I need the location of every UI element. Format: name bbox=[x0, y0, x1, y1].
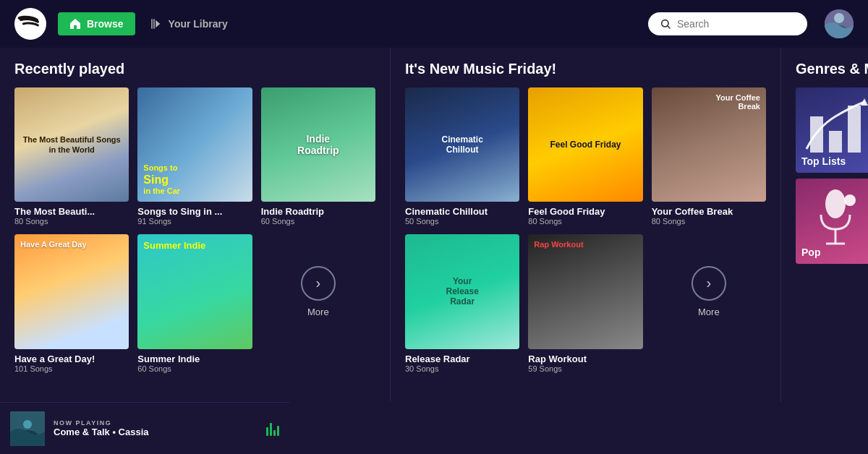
now-playing-song: Come & Talk • Cassia bbox=[54, 427, 258, 437]
card-img-coffee: Your CoffeeBreak bbox=[652, 87, 766, 202]
card-subtitle-nm-4: 59 Songs bbox=[528, 364, 642, 373]
now-playing-art bbox=[10, 411, 45, 446]
svg-rect-1 bbox=[151, 19, 153, 29]
card-title-3: Have a Great Day! bbox=[14, 354, 129, 364]
spotify-logo[interactable] bbox=[14, 8, 46, 40]
card-img-release: YourReleaseRadar bbox=[405, 234, 519, 348]
library-nav[interactable]: Your Library bbox=[150, 17, 228, 30]
card-subtitle-3: 101 Songs bbox=[14, 364, 129, 373]
card-indie-roadtrip[interactable]: IndieRoadtrip Indie Roadtrip 60 Songs bbox=[261, 87, 375, 226]
card-img-indie: IndieRoadtrip bbox=[261, 87, 375, 202]
card-img-feel-good: Feel Good Friday bbox=[528, 87, 642, 202]
card-release-radar[interactable]: YourReleaseRadar Release Radar 30 Songs bbox=[405, 234, 519, 372]
art-text-most-beautiful: The Most Beautiful Songs in the World bbox=[23, 134, 121, 155]
more-btn-nm: › More bbox=[652, 234, 766, 348]
search-input[interactable] bbox=[677, 18, 793, 30]
card-summer-indie[interactable]: Summer Indie Summer Indie 60 Songs bbox=[137, 234, 252, 372]
genres-title: Genres & M bbox=[796, 61, 854, 77]
more-circle: › bbox=[301, 266, 336, 301]
now-playing-label: NOW PLAYING bbox=[54, 419, 258, 427]
eq-bar-3 bbox=[273, 430, 276, 436]
avatar[interactable] bbox=[825, 9, 854, 38]
art-label-rap: Rap Workout bbox=[534, 240, 583, 249]
more-label-nm: More bbox=[698, 307, 720, 317]
search-bar[interactable] bbox=[648, 12, 807, 35]
library-label: Your Library bbox=[169, 18, 228, 30]
home-icon bbox=[69, 18, 81, 30]
card-title-nm-4: Rap Workout bbox=[528, 354, 642, 364]
card-rap-workout[interactable]: Rap Workout Rap Workout 59 Songs bbox=[528, 234, 642, 372]
card-title-4: Summer Indie bbox=[137, 354, 252, 364]
equalizer-bars bbox=[266, 421, 279, 436]
card-img-cinematic: CinematicChillout bbox=[405, 87, 519, 202]
genre-top-lists[interactable]: Top Lists bbox=[796, 87, 868, 173]
browse-button[interactable]: Browse bbox=[58, 12, 135, 35]
genre-label-pop: Pop bbox=[801, 247, 820, 258]
genre-pop[interactable]: Pop bbox=[796, 179, 868, 264]
card-subtitle-0: 80 Songs bbox=[14, 217, 129, 226]
card-subtitle-1: 91 Songs bbox=[137, 217, 252, 226]
browse-label: Browse bbox=[87, 18, 124, 30]
card-subtitle-nm-3: 30 Songs bbox=[405, 364, 519, 373]
more-circle-nm: › bbox=[692, 266, 726, 301]
genre-label-top-lists: Top Lists bbox=[801, 155, 846, 167]
card-subtitle-2: 60 Songs bbox=[261, 217, 375, 226]
card-img-summer: Summer Indie bbox=[137, 234, 252, 348]
new-music-title: It's New Music Friday! bbox=[405, 61, 766, 77]
svg-point-5 bbox=[834, 13, 844, 23]
svg-point-11 bbox=[825, 189, 846, 218]
art-label-coffee: Your CoffeeBreak bbox=[715, 93, 760, 111]
new-music-grid: CinematicChillout Cinematic Chillout 50 … bbox=[405, 87, 766, 373]
card-feel-good[interactable]: Feel Good Friday Feel Good Friday 80 Son… bbox=[528, 87, 642, 226]
card-title-2: Indie Roadtrip bbox=[261, 206, 375, 217]
svg-rect-2 bbox=[153, 19, 155, 29]
more-label-recently: More bbox=[307, 307, 329, 317]
card-great-day[interactable]: Have A Great Day Have a Great Day! 101 S… bbox=[14, 234, 129, 372]
card-img-most-beautiful: The Most Beautiful Songs in the World bbox=[14, 87, 129, 202]
library-icon bbox=[150, 17, 163, 30]
art-label-summer: Summer Indie bbox=[143, 240, 205, 251]
now-playing-bar: NOW PLAYING Come & Talk • Cassia bbox=[0, 402, 289, 454]
card-subtitle-nm-0: 50 Songs bbox=[405, 217, 519, 226]
card-subtitle-4: 60 Songs bbox=[137, 364, 252, 373]
svg-rect-9 bbox=[848, 106, 861, 153]
search-icon bbox=[660, 18, 671, 30]
eq-bar-2 bbox=[270, 423, 272, 436]
art-label-sing: Songs toSingin the Car bbox=[143, 163, 180, 197]
more-button-new-music[interactable]: › More bbox=[652, 234, 766, 372]
new-music-section: It's New Music Friday! CinematicChillout… bbox=[391, 48, 781, 402]
card-cinematic[interactable]: CinematicChillout Cinematic Chillout 50 … bbox=[405, 87, 519, 226]
card-title-1: Songs to Sing in ... bbox=[137, 206, 252, 217]
card-most-beautiful[interactable]: The Most Beautiful Songs in the World Th… bbox=[14, 87, 129, 226]
recently-played-title: Recently played bbox=[14, 61, 375, 77]
recently-played-grid: The Most Beautiful Songs in the World Th… bbox=[14, 87, 375, 373]
card-title-nm-3: Release Radar bbox=[405, 354, 519, 364]
svg-point-14 bbox=[844, 194, 856, 206]
card-title-0: The Most Beauti... bbox=[14, 206, 129, 217]
genres-list: Top Lists Pop bbox=[796, 87, 854, 270]
card-title-nm-0: Cinematic Chillout bbox=[405, 206, 519, 217]
card-subtitle-nm-1: 80 Songs bbox=[528, 217, 642, 226]
eq-bar-1 bbox=[266, 427, 268, 436]
svg-rect-8 bbox=[829, 131, 842, 153]
art-label-release: YourReleaseRadar bbox=[441, 272, 482, 311]
card-img-songs-sing: Songs toSingin the Car bbox=[137, 87, 252, 202]
card-songs-sing[interactable]: Songs toSingin the Car Songs to Sing in … bbox=[137, 87, 252, 226]
eq-bar-4 bbox=[277, 426, 279, 436]
card-img-rap: Rap Workout bbox=[528, 234, 642, 348]
art-label-feel-good: Feel Good Friday bbox=[545, 135, 625, 154]
card-img-great-day: Have A Great Day bbox=[14, 234, 129, 348]
card-subtitle-nm-2: 80 Songs bbox=[652, 217, 766, 226]
card-title-nm-2: Your Coffee Break bbox=[652, 206, 766, 217]
more-btn-inner: › More bbox=[261, 234, 375, 348]
card-title-nm-1: Feel Good Friday bbox=[528, 206, 642, 217]
art-label-great-day: Have A Great Day bbox=[20, 240, 87, 249]
main-content: Recently played The Most Beautiful Songs… bbox=[0, 48, 868, 402]
genres-section: Genres & M Top Lists bbox=[781, 48, 868, 402]
art-label-cinematic: CinematicChillout bbox=[437, 130, 487, 159]
art-label-indie: IndieRoadtrip bbox=[297, 133, 339, 156]
svg-point-16 bbox=[23, 420, 32, 429]
card-coffee-break[interactable]: Your CoffeeBreak Your Coffee Break 80 So… bbox=[652, 87, 766, 226]
more-button-recently[interactable]: › More bbox=[261, 234, 375, 372]
navbar: Browse Your Library bbox=[0, 0, 868, 48]
